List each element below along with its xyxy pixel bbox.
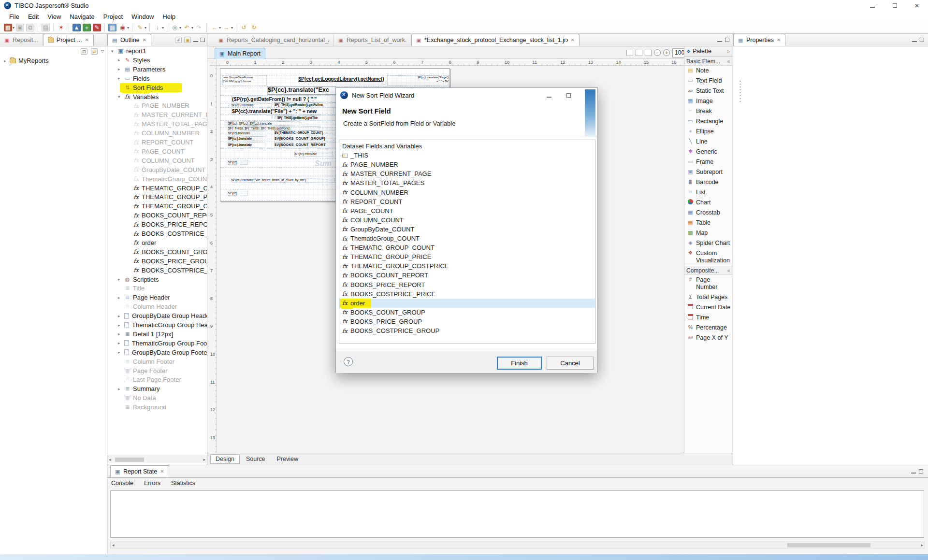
outline-tree-item[interactable]: fxBOOKS_COUNT_GROUP [107,247,207,257]
dialog-list-item[interactable]: _THIS [339,151,595,160]
menu-view[interactable]: View [43,12,65,21]
chevron-down-icon[interactable]: ▾ [179,26,181,30]
outline-tree-item[interactable]: ▸ThematicGroup Group Header [107,320,207,330]
dialog-list-item[interactable]: fxMASTER_TOTAL_PAGES [339,178,595,187]
panel-minimize-icon[interactable] [911,469,916,474]
dialog-list-item[interactable]: fxBOOKS_COSTPRICE_GROUP [339,326,595,335]
palette-item-percentage[interactable]: %Percentage [684,323,732,333]
palette-item-barcode[interactable]: |||Barcode [684,177,732,187]
design-element[interactable]: $V{BOOKS_COUNT_GROUP} [274,136,336,141]
dialog-list-item[interactable]: fxCOLUMN_NUMBER [339,188,595,197]
dialog-list-item[interactable]: fxPAGE_COUNT [339,206,595,215]
outline-tree-item[interactable]: ▸ThematicGroup Group Footer [107,339,207,348]
palette-section-header[interactable]: Composite...« [684,266,732,275]
link-with-editor-icon[interactable]: ⇄ [91,48,98,55]
outline-tree-item[interactable]: fxTHEMATIC_GROUP_PRICE [107,192,207,201]
menu-file[interactable]: File [5,12,24,21]
dialog-list-item[interactable]: fxTHEMATIC_GROUP_PRICE [339,252,595,261]
palette-item-text-field[interactable]: ▭Text Field [684,76,732,86]
outline-tree-item[interactable]: ≣Title [107,284,207,293]
dialog-title-bar[interactable]: New Sort Field Wizard ✕ [336,88,597,102]
format-tools-icon[interactable]: ✎ [136,24,144,31]
close-icon[interactable]: ✕ [143,37,146,43]
zoom-out-icon[interactable]: − [654,49,661,56]
tab-statistics[interactable]: Statistics [171,480,195,487]
palette-item-note[interactable]: ▤Note [684,66,732,76]
redo-icon[interactable]: ↷ [195,24,203,31]
panel-maximize-icon[interactable] [919,469,923,474]
chevron-down-icon[interactable]: ▾ [219,26,221,30]
outline-tree-item[interactable]: fxCOLUMN_COUNT [107,156,207,165]
palette-item-image[interactable]: ▦Image [684,96,732,106]
outline-tree-item[interactable]: fxBOOKS_PRICE_GROUP [107,257,207,266]
outline-tree-item[interactable]: ▸GroupByDate Group Header [107,311,207,320]
dialog-list-item[interactable]: fxTHEMATIC_GROUP_COUNT [339,243,595,252]
outline-tree-item[interactable]: ▸▭Fields [107,74,207,83]
palette-item-rectangle[interactable]: ▭Rectangle [684,116,732,127]
tab-preview[interactable]: Preview [272,454,304,464]
palette-item-time[interactable]: Time [684,313,732,323]
outline-tree-item[interactable]: ≣Last Page Footer [107,375,207,384]
palette-item-subreport[interactable]: ▣Subreport [684,167,732,177]
design-element[interactable]: $P{cc}.translate [228,143,265,147]
chevron-down-icon[interactable]: ▾ [191,26,193,30]
outline-tree-item[interactable]: ▸▤Parameters [107,65,207,74]
design-element[interactable]: $F{_THIS}.getItem().getThe [277,115,336,120]
view-menu-icon[interactable]: ▽ [101,49,104,54]
new-report-wizard-icon[interactable]: ▩ [4,24,12,31]
finish-button[interactable]: Finish [497,357,542,370]
palette-item-frame[interactable]: ▭Frame [684,157,732,167]
palette-item-table[interactable]: ▦Table [684,218,732,228]
outline-tree-item[interactable]: fxBOOKS_PRICE_REPORT [107,220,207,229]
window-minimize-button[interactable] [861,0,884,11]
outline-tree-item[interactable]: ▾▣report1 [107,46,207,56]
save-all-icon[interactable]: ⧉ [26,24,34,31]
tree-mode-icon[interactable]: ⫝̸ [175,37,182,43]
expander-icon[interactable]: ▾ [118,94,124,99]
design-element[interactable]: $P{cc}. [228,160,248,165]
design-element[interactable]: $P{cc}.translate [228,131,265,135]
panel-minimize-icon[interactable] [912,38,917,42]
close-icon[interactable]: ✕ [160,469,164,474]
undo-icon[interactable]: ↶ [183,24,191,31]
debug-report-icon[interactable]: ✶ [57,24,65,31]
publish-to-server-icon[interactable]: ▲ [72,24,81,31]
scrollbar-thumb[interactable] [115,458,144,462]
tab-reposit[interactable]: ▣Reposit... [0,34,43,46]
outline-tree-item[interactable]: ▸✎Styles [107,56,207,65]
outline-tree-item[interactable]: fxorder [107,238,207,247]
menu-window[interactable]: Window [127,12,158,21]
close-icon[interactable]: ✕ [571,37,575,43]
window-maximize-button[interactable] [884,0,906,11]
tab-project[interactable]: Project ...✕ [43,34,94,46]
dialog-list-item[interactable]: fxorder [339,299,595,308]
palette-item-generic[interactable]: ✱Generic [684,147,732,157]
palette-item-list[interactable]: ≡List [684,187,732,198]
panel-minimize-icon[interactable] [717,38,722,42]
snap-to-grid-icon[interactable] [636,50,642,56]
outline-tree-item[interactable]: ≣Column Header [107,302,207,311]
annotation-icon[interactable]: ◎ [171,24,179,31]
palette-item-map[interactable]: ▩Map [684,228,732,238]
dialog-list-item[interactable]: fxBOOKS_PRICE_REPORT [339,280,595,289]
forward-nav-icon[interactable]: → [222,24,231,31]
back-nav-icon[interactable]: ← [210,24,218,31]
expander-icon[interactable]: ▸ [118,57,124,62]
close-icon[interactable]: ✕ [777,37,781,43]
outline-tree-item[interactable]: ≣No Data [107,393,207,402]
design-element[interactable]: $F{_THIS}. $F{_THIS}. $F{_THIS}.getWork(… [228,126,319,130]
dialog-list-item[interactable]: fxMASTER_CURRENT_PAGE [339,169,595,178]
outline-tree-item[interactable]: fxPAGE_COUNT [107,147,207,156]
bookmark-icon[interactable]: ◉ [118,24,127,31]
expander-icon[interactable]: ▸ [118,387,124,391]
design-element[interactable]: $P{cc}.getLoggedLibrary().getName() [286,76,397,84]
window-designer-icon[interactable]: ▦ [108,24,116,31]
outline-tree-item[interactable]: ▸≣Page Header [107,293,207,302]
palette-header[interactable]: ❖ Palette ▷ [684,46,732,57]
palette-item-total-pages[interactable]: ΣTotal Pages [684,292,732,302]
scroll-right-icon[interactable]: ▸ [921,543,923,547]
outline-horizontal-scrollbar[interactable]: ◂ ▸ [107,456,207,463]
chevron-down-icon[interactable]: ▾ [231,26,233,30]
outline-tree-item[interactable]: fxMASTER_CURRENT_PAGE [107,110,207,119]
editor-tab-2[interactable]: ▣*Exchange_stock_protocol_Exchange_stock… [411,34,580,46]
